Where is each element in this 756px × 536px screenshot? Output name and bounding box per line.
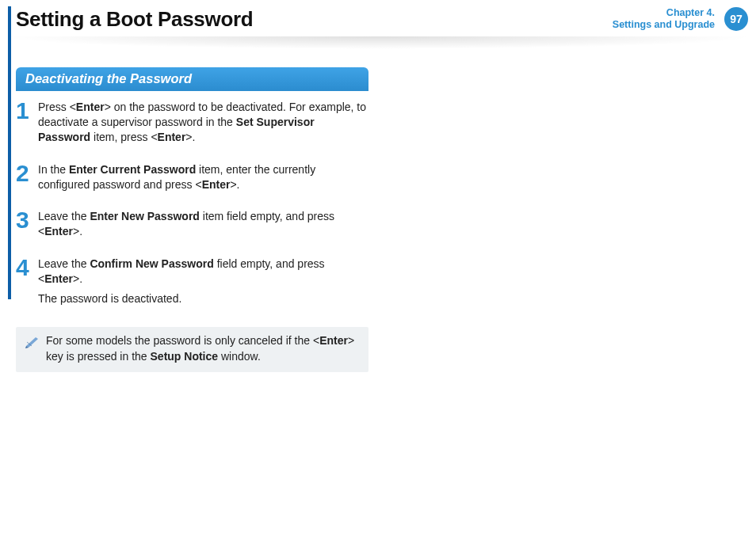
header-right: Chapter 4. Settings and Upgrade 97: [613, 7, 748, 31]
section-heading: Deactivating the Password: [16, 67, 368, 91]
step-4-body: Leave the Confirm New Password field emp…: [38, 257, 368, 311]
step-2-body: In the Enter Current Password item, ente…: [38, 162, 368, 197]
step-4: 4 Leave the Confirm New Password field e…: [16, 257, 368, 311]
page: Setting a Boot Password Chapter 4. Setti…: [0, 0, 756, 536]
step-4-number: 4: [16, 257, 38, 278]
step-4-text: Leave the Confirm New Password field emp…: [38, 257, 368, 287]
step-3-text: Leave the Enter New Password item field …: [38, 209, 368, 239]
header-shadow: [0, 36, 756, 49]
step-3-number: 3: [16, 209, 38, 230]
note-text: For some models the password is only can…: [46, 333, 361, 364]
page-title: Setting a Boot Password: [16, 7, 253, 32]
step-2-text: In the Enter Current Password item, ente…: [38, 162, 368, 192]
step-1-body: Press <Enter> on the password to be deac…: [38, 100, 368, 150]
page-number-badge: 97: [724, 7, 748, 31]
step-2: 2 In the Enter Current Password item, en…: [16, 162, 368, 197]
note-icon: [24, 335, 40, 364]
chapter-label: Chapter 4. Settings and Upgrade: [613, 7, 715, 31]
step-3: 3 Leave the Enter New Password item fiel…: [16, 209, 368, 244]
step-1-text: Press <Enter> on the password to be deac…: [38, 100, 368, 145]
chapter-line1: Chapter 4.: [613, 7, 715, 19]
chapter-line2: Settings and Upgrade: [613, 19, 715, 31]
header: Setting a Boot Password Chapter 4. Setti…: [16, 5, 748, 33]
step-2-number: 2: [16, 162, 38, 184]
step-1-number: 1: [16, 100, 38, 121]
content-column: 1 Press <Enter> on the password to be de…: [16, 100, 368, 372]
left-accent-bar: [8, 6, 11, 299]
step-1: 1 Press <Enter> on the password to be de…: [16, 100, 368, 150]
step-4-trailer: The password is deactivated.: [38, 291, 368, 306]
step-3-body: Leave the Enter New Password item field …: [38, 209, 368, 244]
note-box: For some models the password is only can…: [16, 327, 368, 372]
